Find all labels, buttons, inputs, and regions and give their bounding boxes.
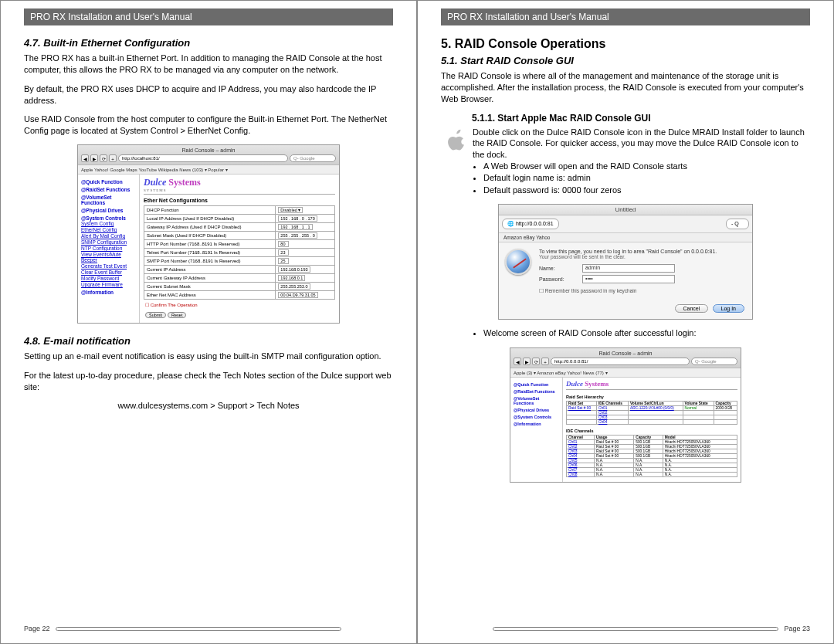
ethernet-config-table: DHCP FunctionDisabled ▾Local IP Address … <box>144 205 335 300</box>
sidebar-item[interactable]: Alert By Mail Config <box>81 233 136 239</box>
nav-back-icon[interactable]: ◀ <box>514 358 521 365</box>
main-panel: Dulce Systems SYSTEMS Ether Net Configur… <box>140 175 339 323</box>
window-title: Untitled <box>499 205 752 215</box>
footer-line <box>493 627 778 631</box>
sidebar-item[interactable]: @Physical Drives <box>514 408 559 412</box>
page-footer: Page 23 <box>441 625 810 632</box>
url-field[interactable]: 🌐 http://0.0.0.0:81 <box>502 219 559 229</box>
url-field[interactable]: http://0.0.0.0:81/ <box>551 358 690 365</box>
section-4-7-title: 4.7. Built-in Ethernet Configuration <box>24 37 393 49</box>
reset-button[interactable]: Reset <box>168 312 186 318</box>
page-header: PRO RX Installation and User's Manual <box>441 8 810 25</box>
browser-chrome: Raid Console – admin ◀ ▶ ⟳ ＋ http://loca… <box>78 145 339 165</box>
section-5-title: 5. RAID Console Operations <box>441 37 810 51</box>
raidset-hierarchy-label: Raid Set Hierarchy <box>566 393 737 401</box>
bookmark-bar[interactable]: Amazon eBay Yahoo <box>499 233 752 242</box>
dialog-text: To view this page, you need to log in to… <box>539 249 746 294</box>
cancel-button[interactable]: Cancel <box>675 304 709 313</box>
confirm-checkbox[interactable]: ☐ Confirm The Operation <box>144 300 335 310</box>
reload-icon[interactable]: ⟳ <box>100 154 107 162</box>
search-field[interactable]: Q- Google <box>290 154 336 162</box>
dialog-buttons: Cancel Log In <box>499 300 752 319</box>
para: Setting up an e-mail event notification … <box>24 351 393 362</box>
bookmark-bar[interactable]: Apple Yahoo! Google Maps YouTube Wikiped… <box>78 165 339 175</box>
sidebar-syscontrols[interactable]: @System Controls <box>81 215 136 221</box>
dialog-line-2: Your password will be sent in the clear. <box>539 254 626 259</box>
footer-line <box>56 627 341 631</box>
reload-icon[interactable]: ⟳ <box>532 358 540 365</box>
name-label: Name: <box>539 266 581 271</box>
sidebar-item[interactable]: Clear Event Buffer <box>81 269 136 275</box>
sidebar-item[interactable]: @VolumeSet Functions <box>514 396 559 405</box>
sidebar-physical[interactable]: @Physical Drives <box>81 208 136 213</box>
sidebar-item[interactable]: SNMP Configuration <box>81 239 136 245</box>
browser-chrome: Raid Console – admin ◀ ▶ ⟳ ＋ http://0.0.… <box>510 348 741 368</box>
sidebar-item[interactable]: System Config <box>81 221 136 226</box>
remember-checkbox[interactable]: ☐ Remember this password in my keychain <box>539 288 746 294</box>
page-header: PRO RX Installation and User's Manual <box>24 8 393 25</box>
sidebar-item[interactable]: Upgrade Firmware <box>81 282 136 287</box>
sidebar-item[interactable]: View Events/Mute Beeper <box>81 252 136 263</box>
welcome-screenshot: Raid Console – admin ◀ ▶ ⟳ ＋ http://0.0.… <box>510 347 741 483</box>
sidebar-item[interactable]: @Quick Function <box>514 382 559 387</box>
nav-back-icon[interactable]: ◀ <box>81 154 89 162</box>
nav-fwd-icon[interactable]: ▶ <box>523 358 531 365</box>
para: By default, the PRO RX uses DHCP to acqu… <box>24 83 393 107</box>
password-input[interactable]: •••• <box>582 275 675 283</box>
list-item: A Web Browser will open and the RAID Con… <box>483 161 810 172</box>
sidebar-item[interactable]: NTP Configuration <box>81 246 136 251</box>
list-item: Default password is: 0000 four zeros <box>483 185 810 196</box>
bookmark-bar[interactable]: Apple (3) ▾ Amazon eBay Yahoo! News (77)… <box>510 368 741 378</box>
login-button[interactable]: Log In <box>713 304 744 313</box>
logo-word-2: Systems <box>585 380 609 388</box>
form-buttons: Submit Reset <box>144 310 335 320</box>
raidset-table: Raid SetIDE ChannelsVolume Set/Ch/LunVol… <box>566 401 737 425</box>
sidebar-item[interactable]: @Information <box>514 422 559 426</box>
logo-word-1: Dulce <box>144 177 166 188</box>
login-dialog-screenshot: Untitled 🌐 http://0.0.0.0:81 - Q Amazon … <box>498 204 753 320</box>
section-5-1-title: 5.1. Start RAID Console GUI <box>441 55 810 66</box>
nav-fwd-icon[interactable]: ▶ <box>90 154 98 162</box>
para: The PRO RX has a built-in Ethernet Port.… <box>24 53 393 76</box>
sidebar-item[interactable]: Modify Password <box>81 276 136 281</box>
section-5-1-1-title: 5.1.1. Start Apple Mac RAID Console GUI <box>472 113 810 124</box>
ethernet-config-screenshot: Raid Console – admin ◀ ▶ ⟳ ＋ http://loca… <box>77 144 340 324</box>
submit-button[interactable]: Submit <box>145 312 166 318</box>
search-field[interactable]: - Q <box>726 219 749 229</box>
url-field[interactable]: http://localhost:81/ <box>118 154 288 162</box>
sidebar: @Quick Function @RaidSet Functions @Volu… <box>510 378 563 482</box>
search-placeholder: Google <box>300 156 314 161</box>
page-number: Page 22 <box>24 625 50 632</box>
page-23: PRO RX Installation and User's Manual 5.… <box>417 0 834 644</box>
add-icon[interactable]: ＋ <box>541 358 549 365</box>
sidebar-quick[interactable]: @Quick Function <box>81 179 136 185</box>
apple-row: Double click on the Dulce RAID Console i… <box>441 127 810 161</box>
support-link-text: www.dulcesystems.com > Support > Tech No… <box>24 401 393 410</box>
para: The RAID Console is where all of the man… <box>441 70 810 105</box>
main-panel: Dulce Systems Raid Set Hierarchy Raid Se… <box>563 378 741 482</box>
search-field[interactable]: Q- Google <box>691 358 737 365</box>
sidebar-item[interactable]: Generate Test Event <box>81 263 136 269</box>
sidebar-item[interactable]: EtherNet Config <box>81 227 136 232</box>
sidebar-info[interactable]: @Information <box>81 290 136 295</box>
page-footer: Page 22 <box>24 625 393 632</box>
sidebar-raidset[interactable]: @RaidSet Functions <box>81 187 136 192</box>
window-title: Raid Console – admin <box>81 147 336 153</box>
para: Double click on the Dulce RAID Console i… <box>473 127 810 161</box>
list-item: Default login name is: admin <box>483 172 810 184</box>
sidebar-item[interactable]: @System Controls <box>514 415 559 419</box>
section-4-8-title: 4.8. E-mail notification <box>24 335 393 347</box>
ide-channels-label: IDE Channels <box>566 427 737 435</box>
sidebar-volumeset[interactable]: @VolumeSet Functions <box>81 195 136 205</box>
add-icon[interactable]: ＋ <box>109 154 117 162</box>
apple-icon <box>445 128 468 151</box>
sidebar-item[interactable]: @RaidSet Functions <box>514 389 559 394</box>
window-title: Raid Console – admin <box>514 351 737 356</box>
sidebar: @Quick Function @RaidSet Functions @Volu… <box>78 175 140 323</box>
ide-table: ChannelUsageCapacityModelCh01Raid Set # … <box>566 435 737 477</box>
para: For the latest up-to-day procedure, plea… <box>24 370 393 393</box>
form-title: Ether Net Configurations <box>144 198 335 203</box>
name-input[interactable]: admin <box>582 264 675 273</box>
dialog-line-1: To view this page, you need to log in to… <box>539 249 717 254</box>
page-number: Page 23 <box>784 625 810 632</box>
